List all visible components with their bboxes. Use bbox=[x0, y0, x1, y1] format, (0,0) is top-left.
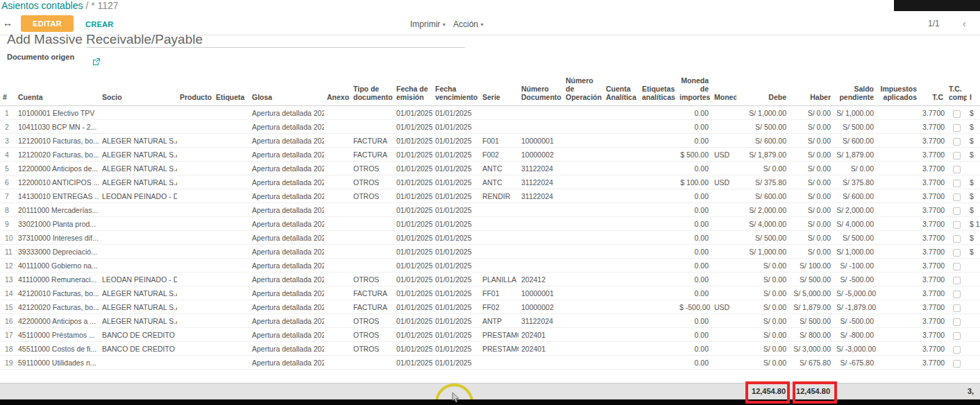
cell-mon[interactable]: USD bbox=[711, 175, 736, 189]
cell-usd[interactable]: $ 1, bbox=[967, 217, 980, 231]
table-row[interactable]: 933021000 Planta prod...Apertura detalla… bbox=[0, 217, 980, 231]
cell-fe[interactable]: 01/01/2025 bbox=[394, 245, 432, 259]
cell-usd[interactable] bbox=[967, 259, 980, 273]
cell-socio[interactable] bbox=[99, 259, 177, 273]
cell-n[interactable]: 5 bbox=[0, 162, 15, 175]
cell-mimp[interactable]: 0.00 bbox=[677, 314, 711, 328]
cell-cana[interactable] bbox=[603, 356, 639, 370]
tc-compra-checkbox[interactable] bbox=[953, 291, 961, 298]
cell-imp[interactable] bbox=[877, 259, 920, 273]
cell-mimp[interactable]: 0.00 bbox=[677, 356, 711, 370]
cell-serie[interactable] bbox=[480, 217, 518, 231]
cell-debe[interactable]: S/ 600.00 bbox=[736, 189, 789, 203]
cell-socio[interactable] bbox=[99, 217, 177, 231]
cell-serie[interactable]: FF02 bbox=[480, 300, 518, 314]
cell-fe[interactable]: 01/01/2025 bbox=[394, 189, 432, 203]
cell-saldo[interactable]: S/ 2,000.00 bbox=[834, 203, 877, 217]
cell-nop[interactable] bbox=[563, 231, 603, 245]
cell-mimp[interactable]: 0.00 bbox=[677, 162, 711, 175]
cell-mimp[interactable]: 0.00 bbox=[677, 189, 711, 203]
cell-tc[interactable]: 3.7700 bbox=[920, 203, 946, 217]
cell-producto[interactable] bbox=[177, 162, 213, 175]
cell-tipo[interactable] bbox=[350, 356, 394, 370]
cell-mimp[interactable]: 0.00 bbox=[677, 259, 711, 273]
cell-saldo[interactable]: S/ -500.00 bbox=[834, 314, 877, 328]
cell-tipo[interactable] bbox=[350, 231, 394, 245]
cell-fe[interactable]: 01/01/2025 bbox=[394, 217, 432, 231]
cell-ndoc[interactable] bbox=[518, 259, 563, 273]
cell-socio[interactable] bbox=[99, 106, 177, 120]
cell-tc[interactable]: 3.7700 bbox=[920, 162, 946, 175]
cell-anexo[interactable] bbox=[324, 148, 350, 162]
cell-mon[interactable]: USD bbox=[711, 300, 736, 314]
cell-cana[interactable] bbox=[603, 259, 639, 273]
cell-eana[interactable] bbox=[639, 106, 677, 120]
cell-etiqueta[interactable] bbox=[213, 217, 249, 231]
cell-producto[interactable] bbox=[177, 286, 213, 300]
cell-haber[interactable]: S/ 0.00 bbox=[789, 106, 834, 120]
cell-glosa[interactable]: Apertura detallada 2025 bbox=[249, 273, 324, 286]
cell-fe[interactable]: 01/01/2025 bbox=[394, 175, 432, 189]
cell-etiqueta[interactable] bbox=[213, 120, 249, 134]
cell-cana[interactable] bbox=[603, 203, 639, 217]
cell-serie[interactable]: ANTC bbox=[480, 162, 518, 175]
cell-tipo[interactable]: OTROS bbox=[350, 175, 394, 189]
cell-socio[interactable]: BANCO DE CREDITO D... bbox=[99, 328, 177, 342]
column-header-fe[interactable]: Fecha de emisión bbox=[394, 75, 432, 106]
cell-eana[interactable] bbox=[639, 356, 677, 370]
cell-tipo[interactable]: OTROS bbox=[350, 273, 394, 286]
tc-compra-checkbox[interactable] bbox=[953, 124, 961, 132]
cell-fv[interactable]: 01/01/2025 bbox=[432, 203, 480, 217]
table-row[interactable]: 1341110000 Remuneraci...LEODAN PEINADO -… bbox=[0, 273, 980, 286]
cell-imp[interactable] bbox=[877, 300, 920, 314]
cell-tc[interactable]: 3.7700 bbox=[920, 217, 946, 231]
cell-ndoc[interactable] bbox=[518, 245, 563, 259]
cell-producto[interactable] bbox=[177, 314, 213, 328]
cell-cana[interactable] bbox=[603, 189, 639, 203]
cell-usd[interactable]: $ bbox=[967, 189, 980, 203]
cell-anexo[interactable] bbox=[324, 314, 350, 328]
cell-fv[interactable]: 01/01/2025 bbox=[432, 300, 480, 314]
cell-tc_compra[interactable] bbox=[946, 189, 967, 203]
cell-nop[interactable] bbox=[563, 259, 603, 273]
cell-etiqueta[interactable] bbox=[213, 259, 249, 273]
cell-usd[interactable]: $ bbox=[967, 120, 980, 134]
cell-n[interactable]: 7 bbox=[0, 189, 15, 203]
tc-compra-checkbox[interactable] bbox=[953, 138, 961, 146]
table-row[interactable]: 714130010 ENTREGAS ...LEODAN PEINADO - D… bbox=[0, 189, 980, 203]
cell-fv[interactable]: 01/01/2025 bbox=[432, 245, 480, 259]
column-header-etiqueta[interactable]: Etiqueta bbox=[213, 75, 249, 106]
cell-tc_compra[interactable] bbox=[946, 328, 967, 342]
cell-saldo[interactable]: S/ -3,000.00 bbox=[834, 342, 877, 356]
cell-cuenta[interactable]: 10411030 BCP MN - 2... bbox=[15, 120, 99, 134]
column-header-fv[interactable]: Fecha vencimiento bbox=[432, 75, 480, 106]
cell-usd[interactable]: $ bbox=[967, 245, 980, 259]
cell-n[interactable]: 6 bbox=[0, 175, 15, 189]
cell-imp[interactable] bbox=[877, 217, 920, 231]
cell-tipo[interactable] bbox=[350, 106, 394, 120]
cell-glosa[interactable]: Apertura detallada 2025 bbox=[249, 162, 324, 175]
cell-nop[interactable] bbox=[563, 300, 603, 314]
tc-compra-checkbox[interactable] bbox=[953, 332, 961, 340]
cell-saldo[interactable]: S/ 1,879.00 bbox=[834, 148, 877, 162]
cell-cana[interactable] bbox=[603, 148, 639, 162]
tc-compra-checkbox[interactable] bbox=[953, 346, 961, 354]
cell-tc[interactable]: 3.7700 bbox=[920, 286, 946, 300]
cell-cuenta[interactable]: 33021000 Planta prod... bbox=[15, 217, 99, 231]
column-header-ndoc[interactable]: Número Documento bbox=[518, 75, 563, 106]
cell-nop[interactable] bbox=[563, 273, 603, 286]
table-row[interactable]: 1845511000 Costos de fi...BANCO DE CREDI… bbox=[0, 342, 980, 356]
cell-tipo[interactable]: OTROS bbox=[350, 314, 394, 328]
cell-imp[interactable] bbox=[877, 203, 920, 217]
cell-cana[interactable] bbox=[603, 231, 639, 245]
cell-glosa[interactable]: Apertura detallada 2025 bbox=[249, 231, 324, 245]
tc-compra-checkbox[interactable] bbox=[953, 318, 961, 326]
cell-etiqueta[interactable] bbox=[213, 342, 249, 356]
action-menu-button[interactable]: Acción ▾ bbox=[449, 19, 487, 30]
cell-producto[interactable] bbox=[177, 356, 213, 370]
tc-compra-checkbox[interactable] bbox=[953, 249, 961, 257]
cell-serie[interactable] bbox=[480, 120, 518, 134]
cell-fv[interactable]: 01/01/2025 bbox=[432, 286, 480, 300]
cell-tc_compra[interactable] bbox=[946, 148, 967, 162]
cell-mimp[interactable]: $ -500.00 bbox=[677, 300, 711, 314]
